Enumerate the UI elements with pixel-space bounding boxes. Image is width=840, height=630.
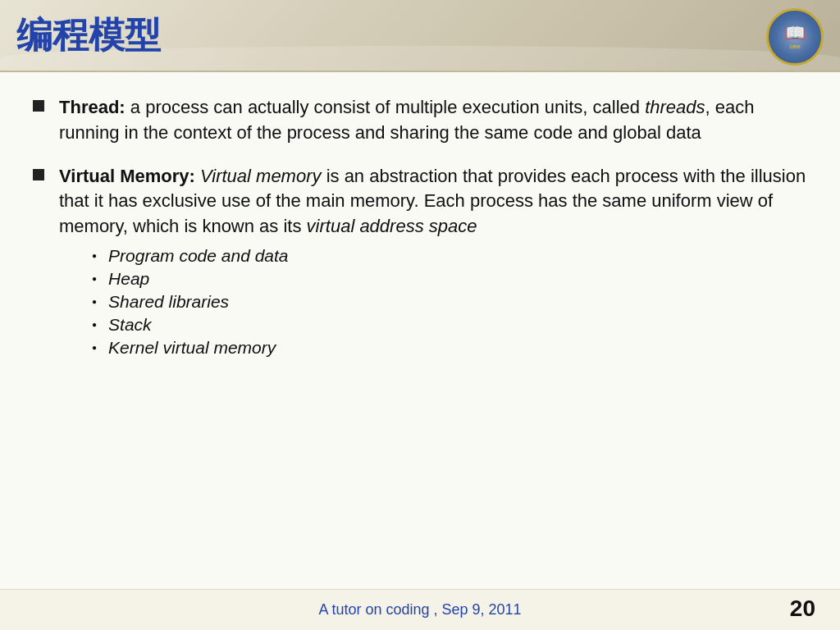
sub-item-shared-libraries: Shared libraries bbox=[92, 292, 807, 312]
slide-footer: A tutor on coding , Sep 9, 2011 20 bbox=[0, 589, 840, 630]
bullet-square-icon-2 bbox=[33, 169, 44, 180]
sub-item-program-code: Program code and data bbox=[92, 246, 807, 266]
sub-item-program-code-text: Program code and data bbox=[108, 246, 288, 266]
thread-text: Thread: a process can actually consist o… bbox=[59, 95, 807, 146]
vm-label: Virtual Memory: bbox=[59, 166, 195, 186]
sub-item-heap-text: Heap bbox=[108, 269, 149, 289]
vm-italic2: virtual address space bbox=[307, 216, 477, 236]
sub-item-kernel: Kernel virtual memory bbox=[92, 338, 807, 358]
vm-italic1: Virtual memory bbox=[200, 166, 322, 186]
thread-label: Thread: bbox=[59, 97, 126, 117]
thread-italic: threads bbox=[645, 97, 705, 117]
slide-content: Thread: a process can actually consist o… bbox=[0, 72, 840, 589]
page-number: 20 bbox=[790, 596, 815, 622]
sub-item-shared-libraries-text: Shared libraries bbox=[108, 292, 229, 312]
bullet-virtual-memory: Virtual Memory: Virtual memory is an abs… bbox=[33, 164, 807, 361]
slide-title: 编程模型 bbox=[16, 11, 161, 60]
sub-item-heap: Heap bbox=[92, 269, 807, 289]
sub-item-stack: Stack bbox=[92, 315, 807, 335]
bullet-square-icon bbox=[33, 100, 44, 112]
bullet-thread: Thread: a process can actually consist o… bbox=[33, 95, 807, 146]
vm-sub-list: Program code and data Heap Shared librar… bbox=[59, 246, 807, 358]
vm-text: Virtual Memory: Virtual memory is an abs… bbox=[59, 164, 807, 240]
slide-header: 编程模型 📖 1958 bbox=[0, 0, 840, 72]
thread-desc: a process can actually consist of multip… bbox=[130, 97, 645, 117]
sub-item-stack-text: Stack bbox=[108, 315, 152, 335]
sub-item-kernel-text: Kernel virtual memory bbox=[108, 338, 276, 358]
virtual-memory-wrap: Virtual Memory: Virtual memory is an abs… bbox=[59, 164, 807, 361]
university-logo: 📖 1958 bbox=[766, 8, 824, 66]
footer-text: A tutor on coding , Sep 9, 2011 bbox=[318, 601, 521, 619]
